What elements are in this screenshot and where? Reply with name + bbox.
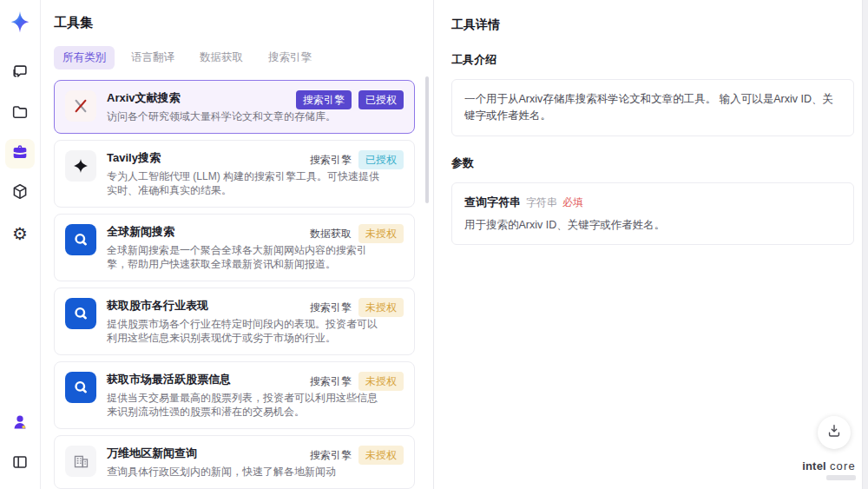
app-window: ⚙ — [0, 0, 868, 489]
region-news-icon — [65, 446, 96, 477]
param-name: 查询字符串 — [464, 195, 521, 210]
tab-data-fetch[interactable]: 数据获取 — [191, 46, 252, 69]
tool-list: Arxiv文献搜索 访问各个研究领域大量科学论文和文章的存储库。 搜索引擎 已授… — [54, 80, 415, 489]
param-description: 用于搜索的Arxiv ID、关键字或作者姓名。 — [464, 218, 841, 233]
page-scrollbar[interactable] — [862, 0, 868, 489]
tool-description: 提供股票市场各个行业在特定时间段内的表现。投资者可以利用这些信息来识别表现优于或… — [107, 317, 404, 345]
tool-card[interactable]: 全球新闻搜索 全球新闻搜索是一个聚合全球各大新闻网站内容的搜索引擎，帮助用户快速… — [54, 214, 415, 281]
page-title: 工具集 — [54, 14, 433, 31]
auth-status-badge: 未授权 — [358, 446, 404, 465]
tool-badges: 搜索引擎 未授权 — [310, 298, 404, 317]
category-badge: 搜索引擎 — [310, 150, 352, 169]
sidebar-item-chat[interactable] — [5, 59, 35, 89]
auth-status-badge: 未授权 — [358, 224, 404, 243]
params-heading: 参数 — [451, 155, 854, 171]
news-search-icon — [65, 224, 96, 255]
param-required-badge: 必填 — [562, 195, 583, 210]
toolbox-icon — [10, 142, 30, 165]
brand-intel-text: intel — [802, 459, 826, 472]
sidebar-item-models[interactable] — [5, 179, 35, 208]
tool-card[interactable]: 万维地区新闻查询 查询具体行政区划内的新闻，快速了解各地新闻动 搜索引擎 未授权 — [54, 435, 415, 489]
tab-search-engine[interactable]: 搜索引擎 — [260, 46, 320, 69]
intel-core-logo: intelcore — [802, 459, 856, 480]
avatar-icon — [10, 412, 30, 436]
tool-card[interactable]: Arxiv文献搜索 访问各个研究领域大量科学论文和文章的存储库。 搜索引擎 已授… — [54, 80, 415, 134]
auth-status-badge: 已授权 — [358, 90, 404, 109]
param-type: 字符串 — [526, 195, 557, 210]
sidebar-nav: ⚙ — [5, 59, 35, 248]
tool-card[interactable]: Tavily搜索 专为人工智能代理 (LLM) 构建的搜索引擎工具。可快速提供实… — [54, 140, 415, 208]
news-search-icon — [65, 298, 96, 329]
app-logo-icon — [7, 9, 33, 38]
detail-panel: 工具详情 工具介绍 一个用于从Arxiv存储库搜索科学论文和文章的工具。 输入可… — [434, 0, 868, 489]
brand-subline — [826, 475, 856, 480]
tavily-icon — [65, 150, 96, 182]
tool-description: 查询具体行政区划内的新闻，快速了解各地新闻动 — [107, 465, 404, 479]
tab-language-translation[interactable]: 语言翻译 — [122, 46, 183, 69]
auth-status-badge: 未授权 — [358, 372, 404, 391]
tool-badges: 搜索引擎 未授权 — [310, 446, 404, 465]
tools-panel: 工具集 所有类别语言翻译数据获取搜索引擎 Arxiv文献搜索 访问各个研究领域大… — [41, 0, 434, 489]
sidebar-rail: ⚙ — [0, 0, 41, 489]
category-tabs: 所有类别语言翻译数据获取搜索引擎 — [54, 46, 433, 69]
brand-core-text: core — [830, 459, 856, 472]
tool-badges: 搜索引擎 已授权 — [296, 90, 404, 109]
tab-all-categories[interactable]: 所有类别 — [54, 46, 115, 69]
intro-text: 一个用于从Arxiv存储库搜索科学论文和文章的工具。 输入可以是Arxiv ID… — [464, 91, 841, 124]
sidebar-item-settings[interactable]: ⚙ — [5, 219, 35, 248]
tool-description: 全球新闻搜索是一个聚合全球各大新闻网站内容的搜索引擎，帮助用户快速获取全球最新资… — [107, 243, 404, 271]
account-button[interactable] — [5, 409, 35, 439]
download-button[interactable] — [818, 416, 851, 449]
category-badge: 搜索引擎 — [296, 90, 352, 109]
collapse-sidebar-button[interactable] — [5, 449, 35, 479]
sidebar-bottom — [5, 409, 35, 479]
tool-badges: 数据获取 未授权 — [310, 224, 404, 243]
tool-card[interactable]: 获取市场最活跃股票信息 提供当天交易量最高的股票列表，投资者可以利用这些信息来识… — [54, 361, 415, 429]
category-badge: 搜索引擎 — [310, 372, 352, 391]
list-scrollbar[interactable] — [425, 76, 429, 203]
detail-title: 工具详情 — [451, 16, 854, 33]
category-badge: 数据获取 — [310, 224, 352, 243]
tool-badges: 搜索引擎 未授权 — [310, 372, 404, 391]
category-badge: 搜索引擎 — [310, 446, 352, 465]
intro-heading: 工具介绍 — [451, 52, 854, 68]
download-icon — [825, 422, 843, 443]
chat-icon — [10, 63, 30, 85]
auth-status-badge: 已授权 — [358, 150, 404, 169]
intro-box: 一个用于从Arxiv存储库搜索科学论文和文章的工具。 输入可以是Arxiv ID… — [451, 79, 854, 136]
auth-status-badge: 未授权 — [358, 298, 404, 317]
folder-icon — [10, 102, 30, 125]
cube-icon — [10, 182, 30, 205]
news-search-icon — [65, 372, 96, 403]
tool-badges: 搜索引擎 已授权 — [310, 150, 404, 169]
param-box: 查询字符串 字符串 必填 用于搜索的Arxiv ID、关键字或作者姓名。 — [451, 182, 854, 245]
collapse-sidebar-icon — [10, 453, 30, 475]
arxiv-icon — [65, 90, 96, 122]
tool-description: 专为人工智能代理 (LLM) 构建的搜索引擎工具。可快速提供实时、准确和真实的结… — [107, 169, 404, 197]
sidebar-item-tools[interactable] — [5, 139, 35, 169]
gear-icon: ⚙ — [12, 225, 28, 242]
tool-description: 访问各个研究领域大量科学论文和文章的存储库。 — [107, 109, 404, 123]
sidebar-item-files[interactable] — [5, 99, 35, 129]
category-badge: 搜索引擎 — [310, 298, 352, 317]
tool-description: 提供当天交易量最高的股票列表，投资者可以利用这些信息来识别流动性强的股票和潜在的… — [107, 391, 404, 419]
tool-card[interactable]: 获取股市各行业表现 提供股票市场各个行业在特定时间段内的表现。投资者可以利用这些… — [54, 287, 415, 355]
